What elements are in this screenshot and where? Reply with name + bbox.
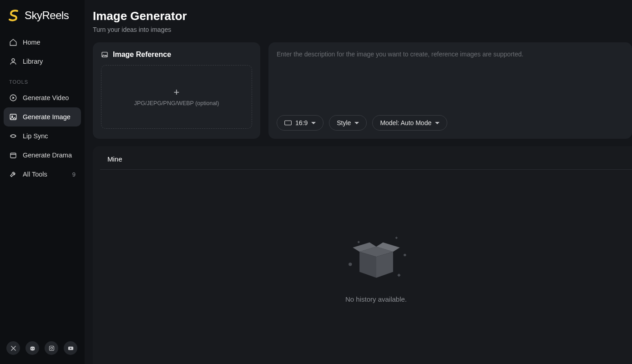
svg-point-0 [12,59,15,61]
sidebar-item-lip-sync[interactable]: Lip Sync [4,126,81,146]
aspect-ratio-select[interactable]: 16:9 [277,115,324,131]
plus-icon: + [174,87,180,97]
sidebar-item-label: Library [23,58,43,65]
home-icon [9,38,17,46]
lips-icon [9,132,17,140]
all-tools-count: 9 [72,171,76,178]
upload-dropzone[interactable]: + JPG/JEPG/PNG/WEBP (optional) [101,65,252,129]
sidebar-item-all-tools[interactable]: All Tools 9 [4,165,81,184]
sidebar-item-library[interactable]: Library [4,52,81,71]
brand-logo[interactable]: SkyReels [4,8,81,33]
empty-box-icon [342,231,410,285]
prompt-panel: 16:9 Style Model: Auto Mode [268,42,632,139]
empty-state-text: No history available. [345,295,407,303]
sidebar-item-label: Generate Image [23,113,71,121]
style-select[interactable]: Style [329,115,367,131]
svg-point-6 [33,348,34,349]
main-content: Image Generator Turn your ideas into ima… [85,0,632,364]
svg-rect-4 [10,153,16,158]
sidebar-item-label: Generate Video [23,94,69,101]
svg-point-5 [31,348,32,349]
user-icon [9,57,17,66]
svg-point-14 [404,254,406,257]
svg-point-13 [349,263,352,266]
svg-rect-2 [10,114,16,120]
nav-primary: Home Library [4,33,81,71]
style-label: Style [337,119,351,126]
sidebar: SkyReels Home Library TOOLS Generate Vid… [0,0,85,364]
sidebar-item-home[interactable]: Home [4,33,81,52]
sidebar-item-label: All Tools [23,171,47,178]
youtube-icon[interactable] [64,341,77,355]
discord-icon[interactable] [25,341,39,355]
x-twitter-icon[interactable] [6,341,20,355]
image-icon [101,51,108,58]
nav-tools: Generate Video Generate Image Lip Sync G… [4,88,81,184]
aspect-ratio-value: 16:9 [295,119,308,126]
tab-mine[interactable]: Mine [93,155,632,169]
empty-state: No history available. [120,170,632,364]
social-links [4,341,81,358]
clapper-icon [9,151,17,159]
page-subtitle: Turn your ideas into images [93,26,632,33]
aspect-ratio-icon [284,120,292,126]
chevron-down-icon [354,122,359,124]
prompt-input[interactable] [277,51,624,80]
history-panel: Mine No history availabl [93,146,632,364]
sidebar-item-label: Lip Sync [23,132,48,140]
svg-rect-12 [285,121,292,125]
model-label: Model: Auto Mode [380,119,431,126]
dropzone-hint: JPG/JEPG/PNG/WEBP (optional) [134,100,219,106]
svg-point-3 [12,116,13,116]
image-reference-title: Image Reference [113,51,171,59]
sidebar-item-generate-image[interactable]: Generate Image [4,107,81,126]
sidebar-item-label: Generate Drama [23,152,72,159]
brand-name: SkyReels [25,9,69,22]
image-reference-panel: Image Reference + JPG/JEPG/PNG/WEBP (opt… [93,42,260,139]
page-title: Image Generator [93,9,632,23]
chevron-down-icon [435,122,440,124]
image-icon [9,113,17,121]
play-circle-icon [9,94,17,102]
wrench-icon [9,170,17,178]
instagram-icon[interactable] [45,341,58,355]
brand-mark-icon [6,8,21,23]
sidebar-item-generate-video[interactable]: Generate Video [4,88,81,107]
image-reference-header: Image Reference [101,51,252,59]
tools-heading: TOOLS [4,71,81,88]
sidebar-item-generate-drama[interactable]: Generate Drama [4,146,81,165]
svg-point-9 [53,346,53,347]
svg-rect-11 [102,52,107,57]
prompt-controls: 16:9 Style Model: Auto Mode [277,115,624,131]
chevron-down-icon [311,122,316,124]
model-select[interactable]: Model: Auto Mode [372,115,447,131]
svg-point-8 [51,347,52,349]
sidebar-item-label: Home [23,39,40,46]
